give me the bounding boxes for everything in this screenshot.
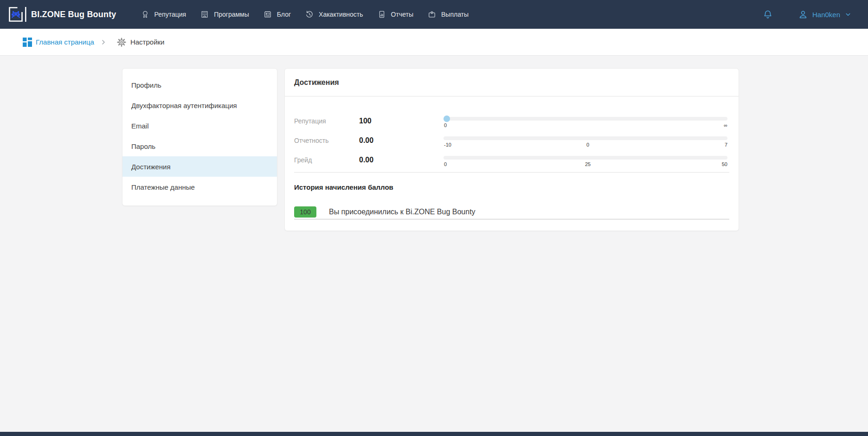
chevron-down-icon: [844, 10, 852, 19]
nav-item-label: Блог: [277, 11, 291, 18]
slider-track: [444, 156, 727, 160]
breadcrumb-current: Настройки: [116, 37, 165, 47]
metric-row-reputation: Репутация 100 0 ∞: [294, 110, 729, 130]
nav-menu: Репутация Программы: [127, 10, 469, 19]
nav-item-label: Программы: [214, 11, 249, 18]
slider-track: [444, 117, 727, 121]
chevron-right-icon: [100, 38, 107, 46]
footer-strip: [0, 432, 868, 436]
nav-item-reports[interactable]: Отчеты: [377, 10, 413, 19]
nav-item-payouts[interactable]: Выплаты: [427, 10, 469, 19]
breadcrumb-home-link[interactable]: Главная страница: [22, 37, 94, 47]
brand-logo[interactable]: BI.ZONE Bug Bounty: [7, 6, 116, 23]
points-badge: 100: [294, 206, 316, 218]
metric-value: 0.00: [359, 130, 444, 145]
panel-title: Достижения: [285, 69, 739, 96]
nav-item-label: Отчеты: [391, 11, 413, 18]
metric-value: 100: [359, 110, 444, 125]
building-icon: [200, 10, 209, 19]
slider-mark-mid: 25: [585, 161, 591, 167]
points-history-section: История начисления баллов 100 Вы присоед…: [294, 184, 729, 219]
username: Han0ken: [812, 11, 840, 19]
user-menu[interactable]: Han0ken: [797, 9, 852, 20]
nav-item-label: Выплаты: [441, 11, 469, 18]
nav-item-label: Репутация: [154, 11, 186, 18]
top-nav: BI.ZONE Bug Bounty Репутация: [0, 0, 868, 29]
sidebar-item-achievements[interactable]: Достижения: [122, 156, 277, 177]
slider-mark-max: 7: [725, 141, 727, 148]
slider-track: [444, 136, 727, 140]
nav-item-label: Хакактивность: [319, 11, 363, 18]
metric-value: 0.00: [359, 149, 444, 164]
history-entry: 100 Вы присоединились к Bi.ZONE Bug Boun…: [294, 206, 729, 219]
nav-item-programs[interactable]: Программы: [200, 10, 249, 19]
gear-icon: [116, 37, 127, 47]
achievements-panel: Достижения Репутация 100 0 ∞ Отчетность …: [284, 68, 739, 231]
metric-label: Отчетность: [294, 130, 359, 144]
nav-item-hacktivity[interactable]: Хакактивность: [305, 10, 363, 19]
points-history-title: История начисления баллов: [294, 184, 729, 191]
history-entry-text: Вы присоединились к Bi.ZONE Bug Bounty: [329, 208, 476, 216]
slider-handle[interactable]: [444, 115, 450, 122]
payouts-icon: [427, 10, 437, 19]
metric-label: Грейд: [294, 149, 359, 164]
bizone-logo-icon: [7, 6, 27, 23]
user-icon: [797, 9, 809, 20]
metrics-section: Репутация 100 0 ∞ Отчетность 0.00 -10 0 …: [294, 96, 729, 173]
slider-mark-min: -10: [444, 141, 451, 148]
slider-mark-mid: 0: [586, 141, 589, 148]
settings-sidebar: Профиль Двухфакторная аутентификация Ema…: [122, 68, 277, 206]
content: Профиль Двухфакторная аутентификация Ema…: [122, 68, 868, 231]
medal-icon: [141, 10, 150, 19]
sidebar-item-profile[interactable]: Профиль: [122, 75, 277, 95]
metric-label: Репутация: [294, 110, 359, 125]
nav-right: Han0ken: [762, 9, 852, 20]
reputation-slider: 0 ∞: [444, 110, 729, 130]
reporting-slider: -10 0 7: [444, 130, 729, 149]
sidebar-item-password[interactable]: Пароль: [122, 136, 277, 156]
slider-mark-min: 0: [444, 122, 447, 128]
metric-row-reporting: Отчетность 0.00 -10 0 7: [294, 130, 729, 149]
metric-row-grade: Грейд 0.00 0 25 50: [294, 149, 729, 169]
sidebar-item-email[interactable]: Email: [122, 115, 277, 136]
grade-slider: 0 25 50: [444, 149, 729, 169]
slider-mark-max: 50: [722, 161, 727, 167]
report-icon: [377, 10, 386, 19]
slider-mark-max: ∞: [724, 122, 727, 128]
brand-title: BI.ZONE Bug Bounty: [31, 10, 116, 19]
breadcrumb-current-label: Настройки: [130, 38, 165, 46]
dashboard-icon: [22, 37, 32, 47]
nav-item-reputation[interactable]: Репутация: [141, 10, 186, 19]
breadcrumb: Главная страница На: [0, 29, 868, 56]
slider-mark-min: 0: [444, 161, 447, 167]
breadcrumb-home-label: Главная страница: [36, 38, 94, 46]
notifications-bell-icon[interactable]: [762, 9, 773, 20]
sidebar-item-2fa[interactable]: Двухфакторная аутентификация: [122, 95, 277, 115]
nav-item-blog[interactable]: Блог: [263, 10, 291, 19]
sidebar-item-payment-data[interactable]: Платежные данные: [122, 177, 277, 197]
blog-icon: [263, 10, 272, 19]
history-icon: [305, 10, 314, 19]
